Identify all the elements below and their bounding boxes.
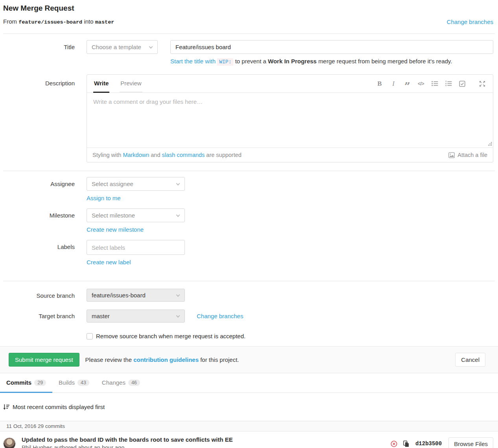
labels-label: Labels — [0, 240, 75, 273]
image-icon — [448, 152, 455, 158]
title-row: Title Choose a template — [0, 40, 498, 54]
markdown-editor-header: Write Preview B I ” </> — [87, 75, 493, 93]
labels-input[interactable] — [87, 240, 185, 255]
labels-row: Labels Create new label — [0, 240, 498, 273]
commit-sha-link[interactable]: d12b3500 — [415, 441, 442, 447]
review-note: Please review the contribution guideline… — [85, 356, 239, 363]
wip-hint-end: merge request from being merged before i… — [318, 58, 452, 65]
merge-request-tabs: Commits 29 Builds 43 Changes 46 — [0, 373, 498, 393]
markdown-footer: Styling with Markdown and slash commands… — [87, 147, 493, 162]
from-label: From — [3, 18, 17, 25]
remove-source-branch-checkbox[interactable] — [87, 333, 93, 339]
commits-count-badge: 29 — [34, 380, 46, 386]
tab-write[interactable]: Write — [93, 75, 109, 93]
chevron-down-icon — [176, 313, 180, 317]
are-supported-text: are supported — [206, 152, 241, 158]
remove-source-branch-label: Remove source branch when merge request … — [96, 333, 245, 339]
target-branch-name: master — [95, 19, 114, 25]
title-label: Title — [0, 40, 75, 54]
header-divider — [3, 33, 495, 34]
submit-merge-request-button[interactable]: Submit merge request — [9, 353, 79, 367]
chevron-down-icon — [176, 293, 180, 297]
branch-summary: From feature/issues-board into master — [3, 18, 114, 25]
create-milestone-link[interactable]: Create new milestone — [87, 226, 144, 233]
fullscreen-icon[interactable] — [478, 79, 487, 88]
milestone-select-value: Select milestone — [92, 212, 135, 219]
author-avatar[interactable] — [3, 437, 16, 448]
browse-files-button[interactable]: Browse Files — [448, 437, 493, 448]
resize-handle[interactable] — [488, 140, 492, 147]
markdown-toolbar: B I ” </> — [375, 75, 487, 92]
sort-descending-icon — [3, 404, 9, 410]
title-input[interactable] — [170, 40, 493, 54]
wip-code: WIP: — [217, 58, 233, 66]
change-branches-link[interactable]: Change branches — [447, 18, 493, 25]
description-textarea[interactable] — [87, 93, 493, 147]
form-actions-bar: Submit merge request Please review the c… — [0, 346, 498, 373]
markdown-editor: Write Preview B I ” </> — [87, 74, 493, 162]
branch-summary-row: From feature/issues-board into master Ch… — [3, 18, 495, 25]
target-branch-select-value: master — [92, 313, 110, 319]
italic-icon[interactable]: I — [389, 79, 398, 88]
wip-hint: Start the title with WIP: to prevent a W… — [170, 58, 493, 65]
tab-commits[interactable]: Commits 29 — [0, 373, 52, 393]
numbered-list-icon[interactable] — [444, 79, 453, 88]
create-label-link[interactable]: Create new label — [87, 259, 131, 265]
milestone-row: Milestone Select milestone Create new mi… — [0, 208, 498, 240]
assign-to-me-link[interactable]: Assign to me — [87, 195, 121, 201]
source-branch-row: Source branch feature/issues-board — [0, 289, 498, 302]
assignee-select-value: Select assignee — [92, 181, 133, 187]
builds-count-badge: 43 — [77, 380, 89, 386]
section-divider — [3, 281, 495, 281]
milestone-label: Milestone — [0, 208, 75, 240]
chevron-down-icon — [149, 44, 153, 48]
commit-title-link[interactable]: Updated to pass the board ID with the bo… — [22, 436, 391, 444]
markdown-write-area — [87, 93, 493, 147]
change-branches-link-bottom[interactable]: Change branches — [197, 313, 243, 319]
bullet-list-icon[interactable] — [430, 79, 439, 88]
template-select-value: Choose a template — [92, 44, 141, 50]
cancel-button[interactable]: Cancel — [455, 353, 485, 367]
copy-sha-icon[interactable] — [403, 441, 409, 447]
commits-group-header: 11 Oct, 2016 29 commits — [0, 421, 498, 431]
and-text: and — [151, 152, 160, 158]
into-label: into — [84, 18, 93, 25]
wip-hint-bold: Work In Progress — [268, 58, 317, 65]
attach-file-button[interactable]: Attach a file — [448, 152, 487, 158]
changes-count-badge: 46 — [128, 380, 140, 386]
target-branch-select[interactable]: master — [87, 310, 185, 323]
new-merge-request-page: New Merge Request From feature/issues-bo… — [0, 0, 498, 448]
quote-icon[interactable]: ” — [403, 79, 411, 88]
tab-changes[interactable]: Changes 46 — [96, 373, 146, 393]
description-row: Description Write Preview B I ” </> — [0, 74, 498, 162]
milestone-select[interactable]: Select milestone — [87, 208, 185, 222]
page-title: New Merge Request — [3, 4, 495, 13]
bold-icon[interactable]: B — [375, 79, 384, 88]
tab-builds[interactable]: Builds 43 — [52, 373, 96, 393]
chevron-down-icon — [176, 181, 180, 185]
commit-author-line: Phil Hughes authored about an hour ago — [22, 444, 391, 448]
commit-row: Updated to pass the board ID with the bo… — [0, 431, 498, 448]
target-branch-row: Target branch master Change branches — [0, 309, 498, 323]
contribution-guidelines-link[interactable]: contribution guidelines — [133, 356, 199, 363]
markdown-link[interactable]: Markdown — [123, 152, 149, 158]
section-divider — [3, 171, 495, 171]
slash-commands-link[interactable]: slash commands — [162, 152, 205, 158]
remove-source-branch-row: Remove source branch when merge request … — [87, 333, 498, 339]
chevron-down-icon — [176, 213, 180, 217]
ci-status-failed-icon[interactable] — [391, 441, 397, 447]
assignee-label: Assignee — [0, 177, 75, 208]
wip-hint-link[interactable]: Start the title with WIP: — [170, 58, 233, 65]
code-icon[interactable]: </> — [417, 79, 425, 88]
wip-hint-mid: to prevent a — [235, 58, 266, 65]
template-select[interactable]: Choose a template — [87, 40, 158, 54]
tab-preview[interactable]: Preview — [120, 75, 142, 93]
source-branch-name: feature/issues-board — [18, 19, 82, 25]
styling-with-text: Styling with — [92, 152, 121, 158]
assignee-row: Assignee Select assignee Assign to me — [0, 177, 498, 208]
assignee-select[interactable]: Select assignee — [87, 177, 185, 191]
target-branch-label: Target branch — [0, 309, 75, 323]
source-branch-label: Source branch — [0, 289, 75, 302]
task-list-icon[interactable] — [458, 79, 467, 88]
source-branch-select[interactable]: feature/issues-board — [87, 289, 185, 302]
